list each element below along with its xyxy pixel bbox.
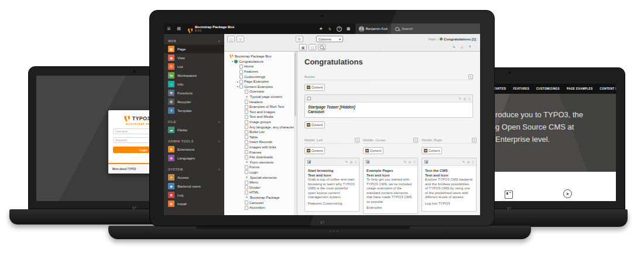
sidebar-item-workspaces[interactable]: ⇆Workspaces <box>164 71 224 80</box>
list-icon: ☰ <box>168 63 174 70</box>
visibility-icon[interactable]: ◎ <box>350 160 352 164</box>
sidebar-item-backend-users[interactable]: ☻Backend users <box>164 182 224 191</box>
tree-item-table[interactable]: Table <box>224 135 297 140</box>
menu-section-header[interactable]: WEB▾ <box>164 38 224 45</box>
tree-item-congratulations[interactable]: ▾Congratulations <box>224 59 297 64</box>
sidebar-item-access[interactable]: ✦Access <box>164 173 224 182</box>
help-icon[interactable]: ? <box>337 26 342 32</box>
tree-item-accordion[interactable]: Accordion <box>224 205 297 210</box>
help-icon[interactable]: ? <box>469 45 471 49</box>
tree-item-html[interactable]: HTML <box>224 190 297 195</box>
edit-column-icon[interactable]: ✎ <box>472 138 477 142</box>
scrollbar[interactable] <box>294 52 297 215</box>
edit-pencil-icon[interactable]: ✎ <box>404 160 406 164</box>
clear-cache-icon[interactable]: ϟ <box>453 45 455 49</box>
new-page-icon[interactable]: ▢ <box>227 36 235 42</box>
tree-item-content-examples[interactable]: ▾Content Examples <box>224 84 297 90</box>
add-content-button[interactable]: Content <box>422 147 442 154</box>
tree-item-any-language-any-character[interactable]: Any language, any character <box>224 124 297 130</box>
nav-item-customizings[interactable]: CUSTOMIZINGS <box>536 87 560 90</box>
tree-item-carousel[interactable]: Carousel <box>224 200 297 205</box>
refresh-icon[interactable]: ↻ <box>296 36 303 42</box>
list-toggle-icon[interactable]: ▤ <box>174 23 184 34</box>
search-icon[interactable] <box>318 44 326 50</box>
tree-item-divider[interactable]: Divider <box>224 185 297 190</box>
nav-item-features[interactable]: FEATURES <box>513 87 529 90</box>
tree-item-form-elements[interactable]: ┿Form elements <box>224 159 297 165</box>
sidebar-item-filelist[interactable]: ☁Filelist <box>164 125 224 134</box>
nav-item-content-examples[interactable]: CONTENT EXAMPLES <box>600 87 616 90</box>
tree-item-home[interactable]: Home <box>224 64 297 69</box>
tree-item-examples-of-rich-text[interactable]: Examples of Rich Text <box>224 104 297 110</box>
tree-root[interactable]: Bootstrap Package Box <box>224 54 297 59</box>
flash-icon[interactable]: ϟ <box>326 27 334 31</box>
add-content-button[interactable]: Content <box>304 121 325 128</box>
tree-item-overview[interactable]: Overview <box>224 89 297 94</box>
tree-item-text-and-media[interactable]: Text and Media <box>224 114 297 120</box>
sidebar-item-languages[interactable]: ⊕Languages <box>164 154 224 162</box>
visibility-icon[interactable]: ◎ <box>464 97 466 100</box>
add-content-button[interactable]: Content <box>304 147 325 154</box>
search-input[interactable]: Search <box>391 23 480 34</box>
edit-pencil-icon[interactable]: ✎ <box>345 160 348 164</box>
edit-pencil-icon[interactable]: ✎ <box>459 97 461 100</box>
page-icon[interactable]: ▢ <box>309 44 316 50</box>
tree-item-text-and-images[interactable]: Text and Images <box>224 110 297 115</box>
nav-item-page-examples[interactable]: PAGE EXAMPLES <box>567 87 592 90</box>
menu-section-header[interactable]: SYSTEM▾ <box>164 166 224 173</box>
tree-item-bootstrap-package[interactable]: ┿Bootstrap Package <box>224 195 297 200</box>
add-content-button[interactable]: Content <box>363 147 383 154</box>
tree-item-forms[interactable]: Forms <box>224 165 297 170</box>
tree-item-images-with-links[interactable]: Images with links <box>224 145 297 150</box>
tree-item-label: HTML <box>249 191 259 194</box>
card-links[interactable]: Features Customizing <box>308 202 356 206</box>
sidebar-item-list[interactable]: ☰List <box>164 62 224 71</box>
tree-item-customizings[interactable]: Customizings <box>224 74 297 79</box>
tree-item-typical-page-content[interactable]: ┿Typical page content <box>224 94 297 100</box>
sidebar-item-template[interactable]: TTemplate <box>164 106 224 115</box>
tree-item-headers[interactable]: Headers <box>224 99 297 104</box>
delete-icon[interactable]: ▯ <box>413 160 415 164</box>
sidebar-item-extensions[interactable]: ❖Extensions <box>164 145 224 154</box>
delete-icon[interactable]: ▯ <box>355 160 357 164</box>
filter-funnel-icon[interactable]: ▽ <box>237 36 244 42</box>
sidebar-item-recycler[interactable]: ♻Recycler <box>164 97 224 106</box>
edit-column-icon[interactable]: ✎ <box>468 74 473 79</box>
sidebar-item-page[interactable]: ▤Page <box>164 45 224 53</box>
menu-collapse-icon[interactable]: ☰ <box>164 23 174 34</box>
edit-pencil-icon[interactable]: ✎ <box>463 160 465 164</box>
bookmark-star-outline-icon[interactable]: ☆ <box>460 45 463 49</box>
delete-icon[interactable]: ▯ <box>472 160 474 164</box>
edit-column-icon[interactable]: ✎ <box>413 138 418 142</box>
columns-select[interactable]: Columns ▾ <box>316 36 343 42</box>
sidebar-item-functions[interactable]: ⚒Functions <box>164 89 224 97</box>
view-grid-icon[interactable]: ▦ <box>299 44 307 50</box>
sidebar-item-log[interactable]: ≣Log <box>164 191 224 199</box>
tree-item-image-groups[interactable]: Image groups <box>224 120 297 125</box>
tree-item-login[interactable]: Login <box>224 170 297 175</box>
delete-icon[interactable]: ▯ <box>468 97 470 100</box>
tree-item-special-elements[interactable]: ┿Special elements <box>224 175 297 180</box>
tree-item-file-downloads[interactable]: File downloads <box>224 155 297 160</box>
card-links[interactable]: Examples <box>366 206 415 210</box>
tree-item-frames[interactable]: Frames <box>224 149 297 155</box>
bookmark-star-icon[interactable]: ★ <box>317 26 326 31</box>
card-links[interactable]: Log into TYPO3 <box>425 202 473 206</box>
visibility-icon[interactable]: ◎ <box>409 160 411 164</box>
add-content-button[interactable]: Content <box>304 84 325 91</box>
tree-item-page-examples[interactable]: ▸Page Examples <box>224 79 297 84</box>
sidebar-item-install[interactable]: ⚙Install <box>164 199 224 208</box>
modules-grid-icon[interactable]: ▦ <box>344 26 353 31</box>
tree-item-features[interactable]: Features <box>224 69 297 74</box>
edit-column-icon[interactable]: ✎ <box>355 138 359 142</box>
user-menu[interactable]: Benjamin Kott <box>355 23 391 34</box>
tree-item-menu[interactable]: Menu <box>224 180 297 185</box>
tree-item-insert-records[interactable]: Insert Records <box>224 140 297 145</box>
sidebar-item-view[interactable]: ◉View <box>164 53 224 62</box>
menu-section-header[interactable]: ADMIN TOOLS▾ <box>164 138 224 145</box>
visibility-icon[interactable]: ◎ <box>467 160 470 164</box>
more-about-typo3-link[interactable]: More about TYPO3 <box>112 168 136 171</box>
tree-item-bullet-list[interactable]: Bullet List <box>224 130 297 135</box>
menu-section-header[interactable]: FILE▾ <box>164 118 224 125</box>
sidebar-item-info[interactable]: iInfo <box>164 80 224 89</box>
